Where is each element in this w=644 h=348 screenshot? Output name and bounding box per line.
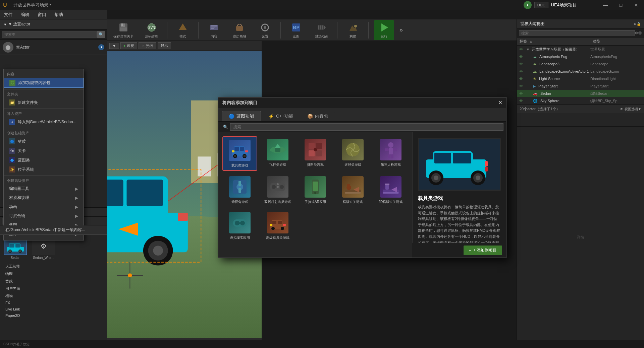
menu-edit[interactable]: 编辑 [17,10,34,19]
menu-window[interactable]: 窗口 [34,10,50,19]
toolbar-more[interactable]: » [399,26,403,33]
tab-blueprint[interactable]: 🔵 蓝图功能 [222,111,261,121]
wo-player-text: Player Start [538,84,557,88]
wo-eye-icon[interactable]: 👁 [620,107,623,111]
ddc-badge: DDC [534,2,548,8]
wo-filter-btn[interactable]: ➕ [638,31,642,35]
blueprint-menu-item[interactable]: 🔷 蓝图类 [4,155,84,165]
wo-lock-btn[interactable]: 🔒 [637,22,641,26]
blueprint-label: 蓝图类 [18,157,30,163]
wo-item-player[interactable]: 👁 ▶ Player Start PlayerStart [517,82,644,90]
filter-physics[interactable]: 物理 [3,270,105,277]
player-icon: ▶ [533,84,536,88]
tab-cpp[interactable]: ⚡ C++功能 [262,111,300,121]
toolbar-market[interactable]: 虚幻商城 [229,20,250,40]
filter-audio[interactable]: 音效 [3,278,105,285]
filter-paper2d[interactable]: Paper2D [3,312,105,319]
toolbar-divider-3 [280,22,281,39]
filter-foliage[interactable]: 植物 [3,292,105,299]
filter-ai[interactable]: 人工智能 [3,263,105,270]
modal-search-input[interactable] [230,123,503,131]
level-menu-item[interactable]: 🗺 关卡 [4,146,84,155]
file-context-new-item[interactable]: 在/Game/VehicleBP/Sedan中新建一项内容... [0,225,107,234]
svg-point-48 [153,246,163,256]
wo-search-btn[interactable]: ⚙ [635,31,638,35]
wo-fog-text: Atmospheric Fog [539,55,567,59]
tab-content-pack[interactable]: 📦 内容包 [301,111,335,121]
filter-ui[interactable]: 用户界面 [3,285,105,292]
actor-info-icon: ℹ [98,44,104,50]
wo-col-headers: 标签 ▲ 类型 [517,38,644,46]
grid-item-2d[interactable]: 2D横版过关游戏 [373,173,408,207]
wo-item-fog[interactable]: 👁 ☁ Atmospheric Fog AtmosphericFog [517,53,644,60]
wo-item-light[interactable]: 👁 ☀ Light Source DirectionalLight [517,75,644,82]
modal-tabs: 🔵 蓝图功能 ⚡ C++功能 📦 内容包 [218,108,506,122]
search-input[interactable] [2,31,97,38]
search-button[interactable]: 🔍 [97,31,105,38]
wo-item-gizmo[interactable]: 👁 ⛰ LandscapeGizmoActiveActor1 Landscape… [517,68,644,75]
menu-file[interactable]: 文件 [0,10,17,19]
sedan-icon: 🚗 [533,91,538,96]
toolbar-settings[interactable]: 设置 [255,20,275,40]
svg-marker-14 [179,23,187,30]
viewport-perspective[interactable]: ● 透视 [120,42,137,49]
material-tex-item[interactable]: 材质和纹理 ▶ [4,193,84,202]
wo-item-world[interactable]: 👁 ▼ 开放世界学习场景（编辑器） 世界场景 [517,46,644,53]
details-placeholder: 详情 [517,127,644,348]
toolbar-content[interactable]: 内容 [204,20,224,40]
toolbar-save[interactable]: 保存当前关卡 [111,20,136,40]
wo-item-landscape[interactable]: 👁 ⛰ Landscape3 Landscape [517,60,644,68]
fog-icon: ☁ [533,55,537,59]
grid-item-flying[interactable]: 飞行类游戏 [260,136,295,171]
wo-name-light: ☀ Light Source [525,77,590,81]
wo-actor-count: 20个actor（选择了1个） [520,107,560,112]
new-folder-menu-item[interactable]: 📁 新建文件夹 [4,98,84,107]
import-menu-item[interactable]: ⬇ 导入到Game/VehicleBP/Sedan... [4,117,84,127]
grid-item-rolling[interactable]: 滚球类游戏 [335,136,370,171]
grid-item-vr[interactable]: 虚拟现实应用 [222,209,257,242]
grid-item-advanced[interactable]: 高级载具类游戏 [260,209,295,242]
grid-item-twin[interactable]: 双摇杆射击类游戏 [260,173,295,207]
viewport-arrow[interactable]: ▼ [109,43,119,49]
grid-item-side[interactable]: 横版过关游戏 [335,173,370,207]
blend-item[interactable]: 可混合物 ▶ [4,211,84,220]
grid-item-vehicle[interactable]: 载具类游戏 [222,136,257,171]
filter-fx[interactable]: FX [3,300,105,306]
toolbar-build[interactable]: 构建 [343,20,363,40]
grid-item-top[interactable]: 俯视角游戏 [222,173,257,207]
toolbar-cinematic[interactable]: 过场动画 [312,20,332,40]
toolbar-modes[interactable]: 模式 [173,20,193,40]
wo-item-sky[interactable]: 👁 🌐 Sky Sphere 编辑BP_Sky_Sp [517,97,644,105]
close-btn[interactable]: ✕ [629,0,644,10]
wo-item-sedan[interactable]: 👁 🚗 Sedan 编辑Sedan [517,90,644,97]
editor-tools-item[interactable]: 编辑器工具 ▶ [4,184,84,193]
particle-menu-item[interactable]: ✨ 粒子系统 [4,165,84,174]
grid-item-third[interactable]: 第三人称游戏 [373,136,408,171]
place-actor-header: ▼ ▼ 放置actor [0,19,107,29]
grid-item-puzzle[interactable]: 拼图类游戏 [298,136,333,171]
add-feature-menu-item[interactable]: ⬡ 添加功能或内容包... [4,78,84,88]
add-to-project-button[interactable]: + + 添加到项目 [464,246,502,255]
minimize-btn[interactable]: — [598,0,613,10]
animation-arrow: ▶ [75,205,78,209]
grid-item-handheld[interactable]: 手持式AR应用 [298,173,333,207]
modal-close-btn[interactable]: ✕ [498,100,502,105]
wo-settings-btn[interactable]: ⚙ [634,22,637,26]
build-label: 构建 [350,34,356,39]
filter-livelink[interactable]: Live Link [3,306,105,312]
blueprint-icon: 🔷 [9,157,15,163]
animation-item[interactable]: 动画 ▶ [4,202,84,211]
material-menu-item[interactable]: 🔵 材质 [4,137,84,146]
viewport-show[interactable]: 显示 [158,42,171,49]
toolbar-run[interactable]: 运行 [374,20,394,40]
maximize-btn[interactable]: □ [613,0,629,10]
cpp-tab-label: C++功能 [276,113,293,119]
blueprint-tab-icon: 🔵 [229,114,234,119]
toolbar-source[interactable]: SVN 源码管理 [142,20,162,40]
viewport-lit[interactable]: ☀ 光照 [139,42,156,49]
wo-view-options-btn[interactable]: 视图选项▼ [625,107,641,112]
toolbar-blueprint[interactable]: BP 蓝图 [286,20,306,40]
wo-search-input[interactable] [519,30,635,36]
menu-help[interactable]: 帮助 [50,10,67,19]
landscape-icon: ⛰ [533,62,537,66]
